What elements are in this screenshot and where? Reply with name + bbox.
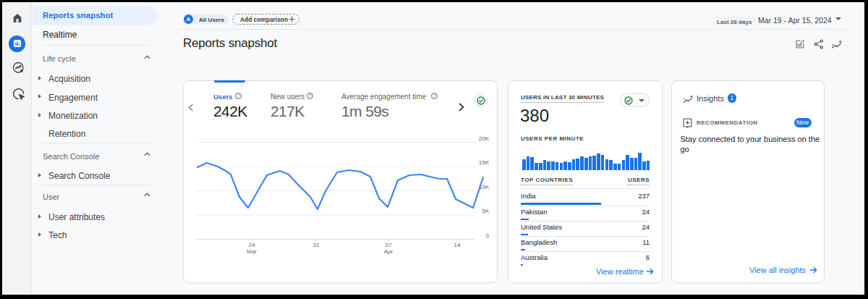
svg-text:Apr: Apr [384,248,393,255]
svg-text:20K: 20K [479,135,490,142]
svg-text:24: 24 [249,242,255,248]
svg-text:Mar: Mar [247,248,257,255]
svg-text:15K: 15K [479,159,490,166]
svg-text:5K: 5K [482,208,489,214]
svg-text:31: 31 [313,242,320,248]
svg-text:0: 0 [486,232,490,239]
svg-text:07: 07 [386,242,392,248]
svg-text:14: 14 [454,242,461,248]
